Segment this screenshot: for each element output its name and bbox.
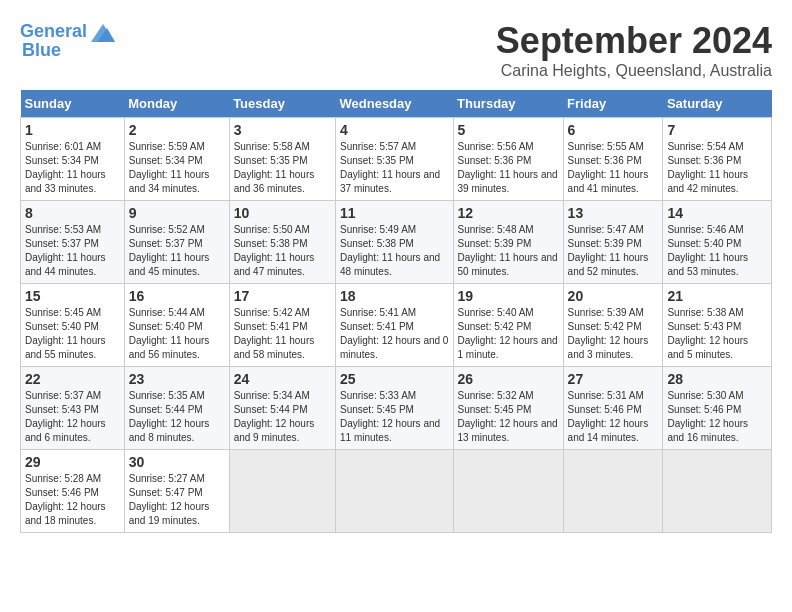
calendar-body: 1Sunrise: 6:01 AMSunset: 5:34 PMDaylight…: [21, 118, 772, 533]
calendar-cell: 17Sunrise: 5:42 AMSunset: 5:41 PMDayligh…: [229, 284, 335, 367]
day-number: 16: [129, 288, 225, 304]
logo: General Blue: [20, 20, 117, 61]
day-number: 27: [568, 371, 659, 387]
column-header-sunday: Sunday: [21, 90, 125, 118]
calendar-cell: 8Sunrise: 5:53 AMSunset: 5:37 PMDaylight…: [21, 201, 125, 284]
calendar-cell: 18Sunrise: 5:41 AMSunset: 5:41 PMDayligh…: [336, 284, 454, 367]
day-number: 30: [129, 454, 225, 470]
day-info: Sunrise: 5:48 AMSunset: 5:39 PMDaylight:…: [458, 223, 559, 279]
column-header-friday: Friday: [563, 90, 663, 118]
day-number: 22: [25, 371, 120, 387]
day-info: Sunrise: 5:37 AMSunset: 5:43 PMDaylight:…: [25, 389, 120, 445]
day-number: 1: [25, 122, 120, 138]
day-info: Sunrise: 5:40 AMSunset: 5:42 PMDaylight:…: [458, 306, 559, 362]
day-info: Sunrise: 6:01 AMSunset: 5:34 PMDaylight:…: [25, 140, 120, 196]
day-info: Sunrise: 5:34 AMSunset: 5:44 PMDaylight:…: [234, 389, 331, 445]
day-info: Sunrise: 5:46 AMSunset: 5:40 PMDaylight:…: [667, 223, 767, 279]
calendar-table: SundayMondayTuesdayWednesdayThursdayFrid…: [20, 90, 772, 533]
day-number: 18: [340, 288, 449, 304]
calendar-cell: 29Sunrise: 5:28 AMSunset: 5:46 PMDayligh…: [21, 450, 125, 533]
day-number: 25: [340, 371, 449, 387]
day-number: 14: [667, 205, 767, 221]
calendar-cell: 16Sunrise: 5:44 AMSunset: 5:40 PMDayligh…: [124, 284, 229, 367]
page-header: General Blue September 2024 Carina Heigh…: [20, 20, 772, 80]
location-subtitle: Carina Heights, Queensland, Australia: [496, 62, 772, 80]
day-number: 28: [667, 371, 767, 387]
day-info: Sunrise: 5:52 AMSunset: 5:37 PMDaylight:…: [129, 223, 225, 279]
day-info: Sunrise: 5:57 AMSunset: 5:35 PMDaylight:…: [340, 140, 449, 196]
calendar-cell: 27Sunrise: 5:31 AMSunset: 5:46 PMDayligh…: [563, 367, 663, 450]
day-number: 5: [458, 122, 559, 138]
calendar-cell: 25Sunrise: 5:33 AMSunset: 5:45 PMDayligh…: [336, 367, 454, 450]
calendar-cell: 7Sunrise: 5:54 AMSunset: 5:36 PMDaylight…: [663, 118, 772, 201]
calendar-cell: 26Sunrise: 5:32 AMSunset: 5:45 PMDayligh…: [453, 367, 563, 450]
day-number: 3: [234, 122, 331, 138]
column-header-wednesday: Wednesday: [336, 90, 454, 118]
calendar-cell: 11Sunrise: 5:49 AMSunset: 5:38 PMDayligh…: [336, 201, 454, 284]
calendar-cell: 5Sunrise: 5:56 AMSunset: 5:36 PMDaylight…: [453, 118, 563, 201]
day-info: Sunrise: 5:32 AMSunset: 5:45 PMDaylight:…: [458, 389, 559, 445]
calendar-cell: 13Sunrise: 5:47 AMSunset: 5:39 PMDayligh…: [563, 201, 663, 284]
calendar-cell: 19Sunrise: 5:40 AMSunset: 5:42 PMDayligh…: [453, 284, 563, 367]
day-info: Sunrise: 5:54 AMSunset: 5:36 PMDaylight:…: [667, 140, 767, 196]
title-block: September 2024 Carina Heights, Queenslan…: [496, 20, 772, 80]
calendar-cell: [563, 450, 663, 533]
day-info: Sunrise: 5:28 AMSunset: 5:46 PMDaylight:…: [25, 472, 120, 528]
day-info: Sunrise: 5:35 AMSunset: 5:44 PMDaylight:…: [129, 389, 225, 445]
day-number: 9: [129, 205, 225, 221]
calendar-cell: [229, 450, 335, 533]
calendar-cell: 4Sunrise: 5:57 AMSunset: 5:35 PMDaylight…: [336, 118, 454, 201]
day-info: Sunrise: 5:27 AMSunset: 5:47 PMDaylight:…: [129, 472, 225, 528]
calendar-cell: 3Sunrise: 5:58 AMSunset: 5:35 PMDaylight…: [229, 118, 335, 201]
day-number: 11: [340, 205, 449, 221]
column-header-saturday: Saturday: [663, 90, 772, 118]
calendar-cell: [336, 450, 454, 533]
column-header-tuesday: Tuesday: [229, 90, 335, 118]
calendar-row: 8Sunrise: 5:53 AMSunset: 5:37 PMDaylight…: [21, 201, 772, 284]
calendar-cell: 21Sunrise: 5:38 AMSunset: 5:43 PMDayligh…: [663, 284, 772, 367]
day-info: Sunrise: 5:59 AMSunset: 5:34 PMDaylight:…: [129, 140, 225, 196]
day-info: Sunrise: 5:44 AMSunset: 5:40 PMDaylight:…: [129, 306, 225, 362]
day-info: Sunrise: 5:39 AMSunset: 5:42 PMDaylight:…: [568, 306, 659, 362]
calendar-cell: 22Sunrise: 5:37 AMSunset: 5:43 PMDayligh…: [21, 367, 125, 450]
day-info: Sunrise: 5:50 AMSunset: 5:38 PMDaylight:…: [234, 223, 331, 279]
calendar-cell: 15Sunrise: 5:45 AMSunset: 5:40 PMDayligh…: [21, 284, 125, 367]
day-info: Sunrise: 5:58 AMSunset: 5:35 PMDaylight:…: [234, 140, 331, 196]
day-number: 26: [458, 371, 559, 387]
day-number: 29: [25, 454, 120, 470]
day-number: 21: [667, 288, 767, 304]
calendar-header-row: SundayMondayTuesdayWednesdayThursdayFrid…: [21, 90, 772, 118]
logo-icon: [87, 20, 117, 44]
day-number: 12: [458, 205, 559, 221]
calendar-cell: 1Sunrise: 6:01 AMSunset: 5:34 PMDaylight…: [21, 118, 125, 201]
column-header-thursday: Thursday: [453, 90, 563, 118]
day-info: Sunrise: 5:31 AMSunset: 5:46 PMDaylight:…: [568, 389, 659, 445]
calendar-cell: 28Sunrise: 5:30 AMSunset: 5:46 PMDayligh…: [663, 367, 772, 450]
day-info: Sunrise: 5:53 AMSunset: 5:37 PMDaylight:…: [25, 223, 120, 279]
calendar-cell: 10Sunrise: 5:50 AMSunset: 5:38 PMDayligh…: [229, 201, 335, 284]
calendar-row: 29Sunrise: 5:28 AMSunset: 5:46 PMDayligh…: [21, 450, 772, 533]
calendar-row: 22Sunrise: 5:37 AMSunset: 5:43 PMDayligh…: [21, 367, 772, 450]
day-info: Sunrise: 5:49 AMSunset: 5:38 PMDaylight:…: [340, 223, 449, 279]
column-header-monday: Monday: [124, 90, 229, 118]
calendar-cell: 2Sunrise: 5:59 AMSunset: 5:34 PMDaylight…: [124, 118, 229, 201]
calendar-row: 15Sunrise: 5:45 AMSunset: 5:40 PMDayligh…: [21, 284, 772, 367]
day-number: 6: [568, 122, 659, 138]
day-number: 8: [25, 205, 120, 221]
calendar-cell: 20Sunrise: 5:39 AMSunset: 5:42 PMDayligh…: [563, 284, 663, 367]
day-number: 23: [129, 371, 225, 387]
day-number: 10: [234, 205, 331, 221]
calendar-cell: 9Sunrise: 5:52 AMSunset: 5:37 PMDaylight…: [124, 201, 229, 284]
day-info: Sunrise: 5:45 AMSunset: 5:40 PMDaylight:…: [25, 306, 120, 362]
calendar-cell: [453, 450, 563, 533]
calendar-cell: 23Sunrise: 5:35 AMSunset: 5:44 PMDayligh…: [124, 367, 229, 450]
day-info: Sunrise: 5:42 AMSunset: 5:41 PMDaylight:…: [234, 306, 331, 362]
day-number: 17: [234, 288, 331, 304]
day-number: 24: [234, 371, 331, 387]
calendar-cell: 6Sunrise: 5:55 AMSunset: 5:36 PMDaylight…: [563, 118, 663, 201]
day-number: 19: [458, 288, 559, 304]
day-info: Sunrise: 5:38 AMSunset: 5:43 PMDaylight:…: [667, 306, 767, 362]
day-info: Sunrise: 5:33 AMSunset: 5:45 PMDaylight:…: [340, 389, 449, 445]
day-number: 15: [25, 288, 120, 304]
day-info: Sunrise: 5:56 AMSunset: 5:36 PMDaylight:…: [458, 140, 559, 196]
